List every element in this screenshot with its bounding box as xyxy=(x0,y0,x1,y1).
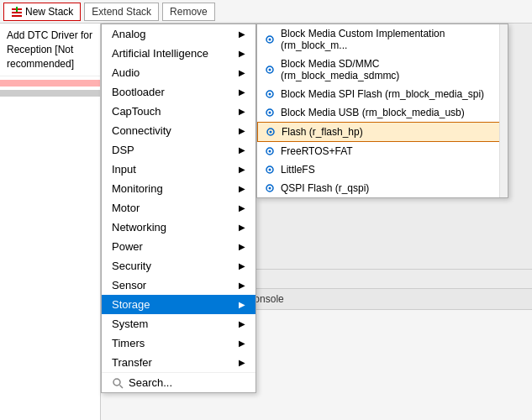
svg-point-21 xyxy=(269,150,271,153)
arrow-icon: ▶ xyxy=(239,223,245,232)
arrow-icon: ▶ xyxy=(239,68,245,77)
arrow-icon: ▶ xyxy=(239,261,245,270)
menu-item-security-label: Security xyxy=(112,260,151,272)
gear-icon-2 xyxy=(264,64,276,76)
arrow-icon: ▶ xyxy=(239,29,245,39)
menu-item-bootloader[interactable]: Bootloader ▶ xyxy=(102,82,255,102)
menu-item-monitoring-label: Monitoring xyxy=(112,182,163,195)
menu-item-power[interactable]: Power ▶ xyxy=(102,237,255,256)
arrow-icon: ▶ xyxy=(239,165,245,174)
submenu-item-flash-hp-label: Flash (r_flash_hp) xyxy=(282,126,363,138)
submenu-item-block-spi-label: Block Media SPI Flash (rm_block_media_sp… xyxy=(281,88,484,100)
menu-item-dsp[interactable]: DSP ▶ xyxy=(102,140,255,160)
extend-stack-button[interactable]: Extend Stack xyxy=(84,3,159,21)
submenu-item-flash-hp[interactable]: Flash (r_flash_hp) xyxy=(257,122,508,142)
menu-item-connectivity[interactable]: Connectivity ▶ xyxy=(102,121,255,140)
menu-item-audio[interactable]: Audio ▶ xyxy=(102,63,255,82)
svg-rect-2 xyxy=(12,15,22,17)
add-dtc-item: Add DTC Driver for Reception [Not recomm… xyxy=(0,24,100,76)
menu-item-motor[interactable]: Motor ▶ xyxy=(102,198,255,218)
gear-icon-1 xyxy=(264,34,276,45)
submenu-item-littlefs-label: LittleFS xyxy=(281,164,315,176)
arrow-icon: ▶ xyxy=(239,203,245,213)
menu-item-storage-label: Storage xyxy=(112,298,150,311)
menu-item-sensor[interactable]: Sensor ▶ xyxy=(102,276,255,295)
search-icon xyxy=(112,377,124,389)
svg-point-13 xyxy=(269,69,271,71)
gear-icon-8 xyxy=(264,182,276,194)
svg-line-9 xyxy=(120,385,124,388)
menu-item-motor-label: Motor xyxy=(112,202,140,214)
menu-item-power-label: Power xyxy=(112,240,143,253)
submenu-item-block-usb[interactable]: Block Media USB (rm_block_media_usb) xyxy=(257,103,508,122)
remove-button[interactable]: Remove xyxy=(162,3,215,21)
arrow-icon: ▶ xyxy=(239,281,245,290)
search-label: Search... xyxy=(129,376,172,389)
gear-icon-7 xyxy=(264,164,276,176)
svg-point-17 xyxy=(269,112,271,114)
menu-item-sensor-label: Sensor xyxy=(112,279,146,291)
left-panel: Add DTC Driver for Reception [Not recomm… xyxy=(0,24,101,420)
menu-item-ai-label: Artificial Intelligence xyxy=(112,47,208,60)
menu-item-input[interactable]: Input ▶ xyxy=(102,160,255,179)
submenu-scrollbar[interactable] xyxy=(499,24,508,197)
submenu-item-littlefs[interactable]: LittleFS xyxy=(257,160,508,179)
submenu-item-freertos-fat[interactable]: FreeRTOS+FAT xyxy=(257,142,508,160)
menu-item-dsp-label: DSP xyxy=(112,144,134,156)
menu-item-ai[interactable]: Artificial Intelligence ▶ xyxy=(102,44,255,63)
submenu-item-qspi-label: QSPI Flash (r_qspi) xyxy=(281,182,369,194)
arrow-icon: ▶ xyxy=(239,49,245,58)
menu-item-timers-label: Timers xyxy=(112,337,145,349)
submenu-item-block-custom-label: Block Media Custom Implementation (rm_bl… xyxy=(281,28,501,51)
menu-item-search[interactable]: Search... xyxy=(102,372,255,392)
submenu-item-freertos-fat-label: FreeRTOS+FAT xyxy=(281,145,353,157)
svg-point-8 xyxy=(113,379,120,386)
arrow-icon: ▶ xyxy=(239,242,245,251)
menu-item-audio-label: Audio xyxy=(112,66,140,79)
arrow-icon: ▶ xyxy=(239,184,245,193)
arrow-icon: ▶ xyxy=(239,319,245,328)
svg-point-11 xyxy=(269,39,271,41)
new-stack-button[interactable]: New Stack xyxy=(3,3,81,21)
submenu-item-block-sdmmc-label: Block Media SD/MMC (rm_block_media_sdmmc… xyxy=(281,58,501,81)
menu-item-security[interactable]: Security ▶ xyxy=(102,256,255,276)
menu-item-connectivity-label: Connectivity xyxy=(112,124,171,137)
arrow-icon: ▶ xyxy=(239,145,245,155)
menu-item-transfer-label: Transfer xyxy=(112,356,152,369)
menu-item-captouch-label: CapTouch xyxy=(112,105,161,118)
new-stack-label: New Stack xyxy=(25,6,73,18)
svg-rect-3 xyxy=(16,7,18,12)
submenu-item-qspi[interactable]: QSPI Flash (r_qspi) xyxy=(257,179,508,197)
menu-item-analog-label: Analog xyxy=(112,28,145,40)
svg-point-25 xyxy=(269,187,271,190)
menu-item-networking[interactable]: Networking ▶ xyxy=(102,218,255,237)
svg-rect-1 xyxy=(12,12,22,13)
svg-point-15 xyxy=(269,93,271,96)
gear-icon-4 xyxy=(264,107,276,118)
arrow-icon: ▶ xyxy=(239,339,245,348)
new-stack-icon xyxy=(11,6,23,18)
gear-icon-6 xyxy=(264,145,276,157)
arrow-icon: ▶ xyxy=(239,107,245,116)
submenu-item-block-usb-label: Block Media USB (rm_block_media_usb) xyxy=(281,107,465,118)
menu-item-captouch[interactable]: CapTouch ▶ xyxy=(102,102,255,121)
arrow-icon: ▶ xyxy=(239,126,245,135)
toolbar: New Stack Extend Stack Remove xyxy=(0,0,532,24)
extend-stack-label: Extend Stack xyxy=(92,6,151,18)
svg-point-19 xyxy=(270,131,272,134)
arrow-icon: ▶ xyxy=(239,358,245,367)
submenu-item-block-sdmmc[interactable]: Block Media SD/MMC (rm_block_media_sdmmc… xyxy=(257,55,508,85)
menu-item-transfer[interactable]: Transfer ▶ xyxy=(102,353,255,372)
menu-item-storage[interactable]: Storage ▶ xyxy=(102,295,255,314)
gray-bar xyxy=(0,90,100,97)
arrow-icon: ▶ xyxy=(239,87,245,97)
add-dtc-label: Add DTC Driver for Reception [Not recomm… xyxy=(7,29,92,70)
menu-item-system[interactable]: System ▶ xyxy=(102,314,255,333)
submenu-item-block-custom[interactable]: Block Media Custom Implementation (rm_bl… xyxy=(257,24,508,55)
storage-arrow-icon: ▶ xyxy=(239,300,245,309)
submenu-item-block-spi[interactable]: Block Media SPI Flash (rm_block_media_sp… xyxy=(257,85,508,103)
menu-item-analog[interactable]: Analog ▶ xyxy=(102,24,255,44)
status-bar xyxy=(0,80,100,87)
menu-item-timers[interactable]: Timers ▶ xyxy=(102,333,255,353)
menu-item-monitoring[interactable]: Monitoring ▶ xyxy=(102,179,255,198)
